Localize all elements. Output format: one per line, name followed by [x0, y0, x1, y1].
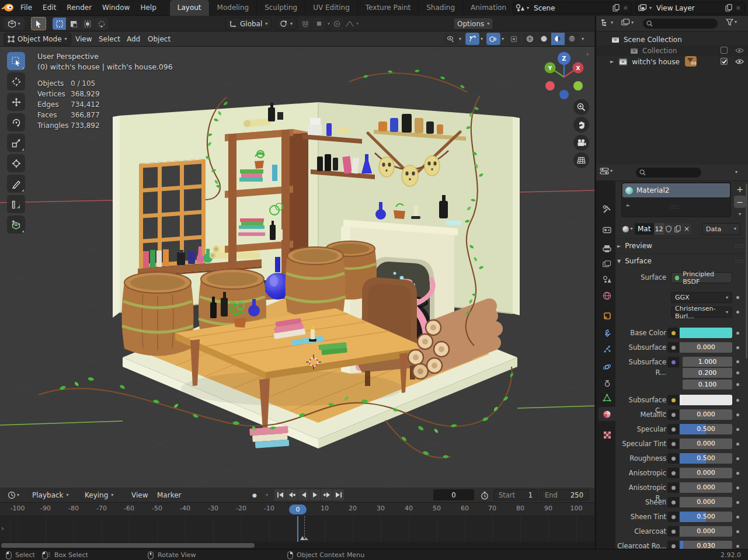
specular-tint-slider[interactable]: 0.000 — [680, 439, 732, 449]
keyframe-dot[interactable] — [736, 383, 739, 386]
menu-window[interactable]: Window — [97, 0, 135, 16]
tab-uv-editing[interactable]: UV Editing — [305, 0, 358, 16]
scrollbar-thumb[interactable] — [1, 543, 255, 548]
menu-select[interactable]: Select — [95, 32, 124, 47]
marker-icon[interactable] — [300, 535, 309, 541]
keyframe-dot[interactable] — [736, 346, 739, 349]
outliner-row-scene-collection[interactable]: Scene Collection — [596, 34, 748, 45]
keyframe-dot[interactable] — [736, 428, 739, 431]
next-keyframe-button[interactable] — [321, 489, 332, 500]
outliner-row-collection[interactable]: Collection — [596, 45, 748, 56]
timeline-marker-menu[interactable]: Marker — [153, 488, 185, 503]
keyframe-dot[interactable] — [736, 457, 739, 460]
shading-rendered-button[interactable] — [565, 33, 579, 45]
socket-button[interactable] — [667, 424, 679, 434]
pan-button[interactable] — [573, 117, 589, 133]
select-mode-tweak-button[interactable] — [53, 18, 66, 30]
show-gizmo-button[interactable] — [465, 33, 479, 45]
outliner-search-input[interactable] — [643, 19, 718, 29]
show-overlays-button[interactable] — [486, 33, 500, 45]
mode-dropdown[interactable]: Object Mode ▾ — [4, 33, 71, 46]
specular-slider[interactable]: 0.500 — [680, 424, 732, 434]
scene-selector[interactable]: ▾ Scene × — [513, 2, 632, 14]
add-material-slot-button[interactable]: + — [734, 183, 746, 195]
eye-icon[interactable] — [735, 58, 744, 65]
tool-move[interactable] — [7, 93, 25, 111]
tab-animation[interactable]: Animation — [463, 0, 514, 16]
subsurface-slider[interactable]: 0.000 — [680, 342, 732, 353]
object-visibility-button[interactable] — [444, 33, 458, 45]
material-specials-button[interactable]: ▾ — [734, 210, 746, 218]
auto-keying-button[interactable]: ● — [248, 489, 262, 501]
tab-sculpting[interactable]: Sculpting — [257, 0, 305, 16]
grip-handle[interactable]: :::: — [670, 204, 726, 210]
outliner-display-mode[interactable]: ▾ — [601, 19, 613, 27]
expand-arrow-icon[interactable]: ► — [627, 203, 630, 208]
snap-magnet-button[interactable] — [299, 18, 312, 30]
socket-button[interactable] — [667, 409, 679, 420]
current-frame-field[interactable]: 0 — [433, 489, 474, 500]
use-preview-range-button[interactable] — [479, 489, 490, 501]
shading-solid-button[interactable] — [537, 33, 551, 45]
timeline-ruler[interactable]: -100 -90 -80 -70 -60 -50 -40 -30 -20 -10… — [0, 503, 594, 516]
properties-search-input[interactable] — [636, 168, 701, 178]
grip-handle[interactable]: :::: — [735, 258, 744, 264]
timeline-view-menu[interactable]: View — [127, 488, 152, 503]
data-link-dropdown[interactable]: Data ▾ — [702, 223, 740, 235]
menu-add[interactable]: Add — [123, 32, 144, 47]
material-users-button[interactable]: 12 — [654, 223, 664, 235]
jump-to-start-button[interactable] — [274, 489, 286, 500]
keyframe-dot[interactable] — [736, 360, 739, 363]
socket-button[interactable] — [667, 482, 679, 493]
eye-icon[interactable] — [735, 47, 744, 54]
panel-preview[interactable]: ► Preview — [617, 242, 652, 250]
chevron-down-icon[interactable]: ▾ — [579, 37, 586, 41]
panel-surface[interactable]: ▼ Surface — [617, 257, 652, 265]
surface-shader-button[interactable]: Principled BSDF — [671, 272, 732, 283]
remove-material-slot-button[interactable]: − — [734, 196, 746, 208]
play-button[interactable] — [309, 489, 321, 500]
snap-with-button[interactable] — [312, 18, 325, 30]
falloff-curve-icon[interactable] — [345, 20, 354, 27]
tab-tool[interactable] — [599, 202, 615, 216]
fake-user-button[interactable] — [664, 223, 673, 235]
tool-transform[interactable] — [7, 154, 25, 172]
keyframe-dot[interactable] — [736, 332, 739, 335]
tool-scale[interactable] — [7, 134, 25, 152]
socket-button[interactable] — [667, 342, 679, 353]
anisotropic-rotation-slider[interactable]: 0.000 — [680, 482, 732, 493]
new-scene-icon[interactable] — [613, 4, 620, 12]
active-tool-button[interactable] — [31, 17, 46, 30]
object-select-checkbox[interactable] — [721, 58, 728, 65]
subsurface-radius-y[interactable]: 0.200 — [683, 368, 732, 378]
playhead-line[interactable] — [297, 516, 298, 542]
subsurface-radius-x[interactable]: 1.000 — [683, 357, 732, 367]
menu-help[interactable]: Help — [135, 0, 161, 16]
keyframe-dot[interactable] — [736, 371, 739, 374]
editor-type-button[interactable]: ▾ — [4, 18, 25, 30]
tool-annotate[interactable] — [7, 175, 25, 193]
select-mode-lasso-button[interactable] — [95, 18, 108, 30]
sheen-tint-slider[interactable]: 0.500 — [680, 512, 732, 522]
tab-render[interactable] — [599, 222, 615, 236]
select-mode-circle-button[interactable] — [81, 18, 94, 30]
frame-start-field[interactable]: Start1 — [493, 489, 538, 500]
transform-orientation-dropdown[interactable]: Global ▾ — [225, 18, 272, 30]
collapse-sidebar-icon[interactable]: ‹ — [586, 50, 589, 58]
unlink-scene-icon[interactable]: × — [622, 4, 629, 12]
tab-view-layer[interactable] — [599, 257, 615, 271]
shading-wireframe-button[interactable] — [523, 33, 537, 45]
keyframe-dot[interactable] — [736, 413, 739, 416]
socket-button[interactable] — [667, 395, 679, 405]
new-view-layer-icon[interactable] — [725, 4, 732, 12]
menu-object[interactable]: Object — [144, 32, 175, 47]
sheen-slider[interactable]: 0.000 — [680, 497, 732, 507]
snap-target-dropdown[interactable]: ▾ — [276, 18, 297, 30]
previous-keyframe-button[interactable] — [286, 489, 297, 500]
metallic-slider[interactable]: 0.000 — [680, 409, 732, 420]
new-material-button[interactable] — [673, 223, 682, 235]
outliner-row-witchs-house[interactable]: ► witch's house 99 — [596, 56, 748, 67]
keyframe-dot[interactable] — [736, 486, 739, 489]
view-layer-selector[interactable]: ▾ View Layer × — [635, 2, 745, 14]
select-mode-box-button[interactable] — [67, 18, 80, 30]
